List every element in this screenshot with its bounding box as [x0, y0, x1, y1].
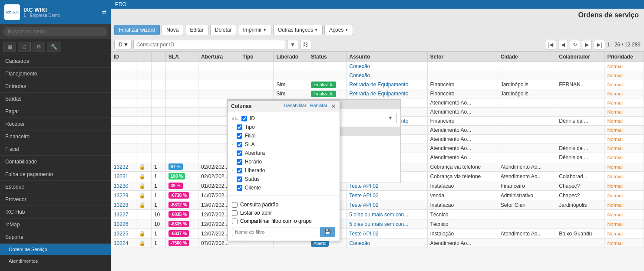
table-row[interactable]: Sim Finalizado Retirada de Equipamento F…: [111, 89, 644, 98]
sidebar-item-suporte[interactable]: Suporte: [0, 231, 111, 244]
cell-id: [111, 71, 136, 80]
col-header-setor: Setor: [427, 52, 498, 62]
colunas-item-tipo: · Tipo: [228, 123, 340, 131]
compartilhar-checkbox[interactable]: [232, 219, 238, 224]
colunas-close-icon[interactable]: ✕: [331, 103, 336, 110]
search-input[interactable]: [3, 27, 107, 36]
sidebar-icon-print[interactable]: 🖨: [18, 42, 31, 52]
sidebar-item-atendimentos[interactable]: Atendimentos: [0, 255, 111, 267]
outras-funcoes-arrow-icon: ▼: [314, 28, 318, 32]
habilitar-action[interactable]: Habilitar: [310, 103, 327, 110]
table-row[interactable]: Conexão Normal: [111, 71, 644, 80]
listar-ao-abrir-row: Listar ao abrir: [232, 210, 335, 216]
sidebar-item-inmap[interactable]: InMap: [0, 219, 111, 231]
sidebar-item-folha[interactable]: Folha de pagamento: [0, 168, 111, 181]
colunas-checkbox-filial[interactable]: [237, 133, 242, 139]
next-page-button[interactable]: ▶: [582, 40, 592, 49]
col-header-tipo: Tipo: [240, 52, 274, 62]
finalizar-wizard-button[interactable]: Finalizar wizard: [114, 25, 160, 35]
cell-lock: [136, 89, 151, 98]
colunas-checkbox-status[interactable]: [237, 176, 242, 182]
refresh-button[interactable]: ↻: [570, 40, 580, 49]
filter-name-input[interactable]: [232, 228, 318, 236]
search-icon-btn[interactable]: ▼: [287, 40, 298, 49]
cell-colaborador: [556, 219, 604, 229]
sidebar-icon-wrench[interactable]: 🔧: [47, 42, 61, 52]
cell-cidade: Atendimento Ao...: [498, 229, 556, 238]
deletar-button[interactable]: Deletar: [210, 25, 237, 35]
editar-button[interactable]: Editar: [185, 25, 208, 35]
outras-funcoes-button[interactable]: Outras funções ▼: [273, 25, 323, 35]
cell-cidade: Atendimento Ao...: [498, 172, 556, 181]
table-row[interactable]: 13226 10 -6835 % 12/07/202... Aberto 5 d…: [111, 219, 644, 229]
cell-prioridade: Normal: [604, 98, 644, 108]
cell-assunto: Retirada de Equipamento: [347, 80, 427, 89]
save-filter-button[interactable]: 💾: [320, 227, 335, 237]
sidebar-item-ixchub[interactable]: IXC Hub: [0, 206, 111, 219]
cell-colaborador: [556, 210, 604, 219]
cell-sla: 100 %: [165, 172, 198, 181]
table-row[interactable]: 13228 🔒 1 -6812 % 13/07/202... Qualquer …: [111, 200, 644, 210]
imprimir-button[interactable]: Imprimir ▼: [238, 25, 271, 35]
sidebar-item-estoque[interactable]: Estoque: [0, 181, 111, 193]
table-row[interactable]: 13224 🔒 1 -7500 % 07/07/202... Aberto Co…: [111, 238, 644, 248]
colunas-checkbox-id[interactable]: [241, 116, 247, 121]
sidebar-nav: Cadastros Planejamento Entradas Saídas P…: [0, 55, 111, 271]
id-dropdown[interactable]: ID ▼: [114, 40, 132, 49]
consulta-padrao-checkbox[interactable]: [232, 202, 238, 208]
table-row[interactable]: Conexão Normal: [111, 62, 644, 71]
prev-page-button[interactable]: ◀: [558, 40, 568, 49]
drag-handle-icon: ·: [232, 177, 233, 182]
search-chain-icon-btn[interactable]: ⛓: [300, 40, 311, 49]
sidebar-item-agenda-usuarios[interactable]: Agenda de usuários: [0, 267, 111, 271]
cell-sla: [165, 71, 198, 80]
sidebar-item-pagar[interactable]: Pagar: [0, 105, 111, 118]
nova-button[interactable]: Nova: [162, 25, 183, 35]
sidebar-item-cadastros[interactable]: Cadastros: [0, 55, 111, 68]
colunas-checkbox-liberado[interactable]: [237, 168, 242, 173]
cell-cidade: Atendimento Ao...: [498, 162, 556, 172]
cell-id: [111, 98, 136, 108]
cell-colaborador: Dênnis da ...: [556, 153, 604, 162]
colunas-checkbox-tipo[interactable]: [237, 124, 242, 130]
table-row[interactable]: 13229 🔒 1 -6738 % 14/07/202... Qualquer …: [111, 191, 644, 200]
sidebar-item-entradas[interactable]: Entradas: [0, 80, 111, 93]
sidebar-item-contabilidade[interactable]: Contabilidade: [0, 156, 111, 168]
sidebar-icon-settings[interactable]: ⚙: [33, 42, 45, 52]
company-name: 1 - Empresa Demo: [23, 13, 60, 18]
table-row[interactable]: 13225 🔒 1 -6837 % 12/07/202... Qualquer …: [111, 229, 644, 238]
cell-setor: Cobrança via telefone: [427, 162, 498, 172]
first-page-button[interactable]: |◀: [545, 40, 556, 49]
sidebar-item-receber[interactable]: Receber: [0, 118, 111, 131]
colunas-checkbox-horario[interactable]: [237, 159, 242, 165]
colunas-checkbox-sla[interactable]: [237, 142, 242, 147]
sidebar-item-planejamento[interactable]: Planejamento: [0, 68, 111, 80]
sidebar-item-financeiro[interactable]: Financeiro: [0, 131, 111, 143]
drag-handle-icon: ·: [232, 142, 233, 147]
table-row[interactable]: 13227 10 -6835 % 12/07/202... Agendado 5…: [111, 210, 644, 219]
cell-cidade: Administrativo: [498, 191, 556, 200]
sidebar-item-provedor[interactable]: Provedor: [0, 193, 111, 206]
cell-setor: Financeiro: [427, 117, 498, 126]
cell-setor: venda: [427, 191, 498, 200]
col-header-abertura: Abertura: [198, 52, 240, 62]
cell-cidade: Jardinópolis: [498, 80, 556, 89]
desabilitar-action[interactable]: Desabilitar: [284, 103, 307, 110]
last-page-button[interactable]: ▶|: [594, 40, 605, 49]
listar-ao-abrir-checkbox[interactable]: [232, 210, 238, 216]
cell-setor: Instalação: [427, 200, 498, 210]
table-row[interactable]: Sim Finalizado Retirada de Equipamento F…: [111, 80, 644, 89]
sidebar-item-saidas[interactable]: Saídas: [0, 93, 111, 105]
colunas-popup-header: Colunas Desabilitar Habilitar ✕: [228, 101, 340, 112]
colunas-checkbox-abertura[interactable]: [237, 150, 242, 156]
cell-colaborador: [556, 98, 604, 108]
sidebar-item-fiscal[interactable]: Fiscal: [0, 143, 111, 156]
cell-prioridade: Normal: [604, 71, 644, 80]
cell-cidade: Setor Gian: [498, 200, 556, 210]
search-input[interactable]: [133, 40, 285, 49]
acoes-button[interactable]: Ações ▼: [324, 25, 353, 35]
expand-icon[interactable]: ⇄: [102, 9, 106, 15]
sidebar-icon-grid[interactable]: ▦: [3, 42, 16, 52]
sidebar-item-ordem-servico[interactable]: Ordem de Serviço: [0, 244, 111, 255]
colunas-checkbox-cliente[interactable]: [237, 185, 242, 191]
